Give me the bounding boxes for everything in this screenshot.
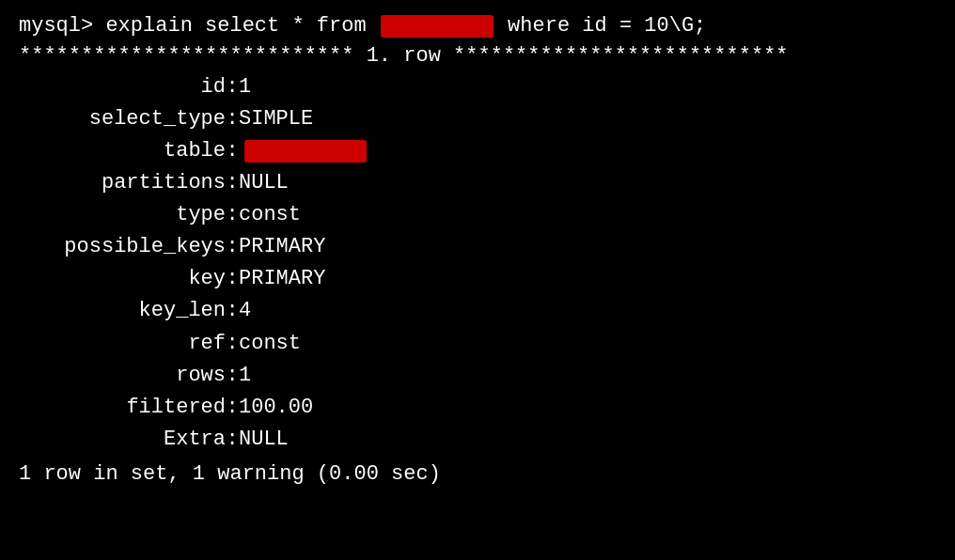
field-possible-keys: possible_keys : PRIMARY bbox=[19, 231, 936, 263]
field-label-partitions: partitions bbox=[19, 167, 226, 199]
field-value-select-type: SIMPLE bbox=[239, 103, 313, 135]
field-value-id: 1 bbox=[239, 71, 251, 103]
row-divider: *************************** 1. row *****… bbox=[19, 41, 936, 71]
field-label-type: type bbox=[19, 199, 226, 231]
field-rows: rows : 1 bbox=[19, 360, 936, 392]
command-line: mysql> explain select * from where id = … bbox=[19, 11, 936, 41]
field-label-key: key bbox=[19, 263, 226, 295]
prompt: mysql> bbox=[19, 11, 93, 41]
field-value-filtered: 100.00 bbox=[239, 392, 313, 424]
field-id: id : 1 bbox=[19, 71, 936, 103]
field-value-key: PRIMARY bbox=[239, 263, 325, 295]
colon-select-type: : bbox=[226, 103, 239, 135]
redacted-table-name-1 bbox=[381, 15, 493, 38]
field-value-possible-keys: PRIMARY bbox=[239, 231, 325, 263]
field-extra: Extra : NULL bbox=[19, 424, 936, 456]
colon-id: : bbox=[226, 71, 239, 103]
field-type: type : const bbox=[19, 199, 936, 231]
field-label-extra: Extra bbox=[19, 424, 226, 456]
colon-type: : bbox=[226, 199, 239, 231]
divider-text: *************************** 1. row *****… bbox=[19, 41, 789, 71]
field-value-extra: NULL bbox=[239, 424, 289, 456]
colon-table: : bbox=[226, 135, 239, 167]
field-label-table: table bbox=[19, 135, 226, 167]
colon-possible-keys: : bbox=[226, 231, 239, 263]
field-label-id: id bbox=[19, 71, 226, 103]
terminal-window: mysql> explain select * from where id = … bbox=[11, 8, 944, 552]
field-key-len: key_len : 4 bbox=[19, 295, 936, 327]
command-suffix: where id = 10\G; bbox=[495, 11, 706, 41]
field-label-ref: ref bbox=[19, 328, 226, 360]
field-select-type: select_type : SIMPLE bbox=[19, 103, 936, 135]
field-key: key : PRIMARY bbox=[19, 263, 936, 295]
field-partitions: partitions : NULL bbox=[19, 167, 936, 199]
colon-partitions: : bbox=[226, 167, 239, 199]
colon-rows: : bbox=[226, 360, 239, 392]
redacted-table-name-2 bbox=[244, 140, 367, 163]
colon-filtered: : bbox=[226, 392, 239, 424]
footer-text: 1 row in set, 1 warning (0.00 sec) bbox=[19, 459, 441, 490]
field-label-key-len: key_len bbox=[19, 295, 226, 327]
field-value-partitions: NULL bbox=[239, 167, 289, 199]
colon-ref: : bbox=[226, 328, 239, 360]
footer-line: 1 row in set, 1 warning (0.00 sec) bbox=[19, 459, 936, 490]
field-value-table bbox=[243, 140, 368, 163]
field-label-rows: rows bbox=[19, 360, 226, 392]
field-value-key-len: 4 bbox=[239, 295, 251, 327]
colon-extra: : bbox=[226, 424, 239, 456]
field-table: table : bbox=[19, 135, 936, 167]
colon-key-len: : bbox=[226, 295, 239, 327]
field-value-ref: const bbox=[239, 328, 301, 360]
field-value-rows: 1 bbox=[239, 360, 251, 392]
field-label-select-type: select_type bbox=[19, 103, 226, 135]
colon-key: : bbox=[226, 263, 239, 295]
field-label-possible-keys: possible_keys bbox=[19, 231, 226, 263]
field-filtered: filtered : 100.00 bbox=[19, 392, 936, 424]
field-label-filtered: filtered bbox=[19, 392, 226, 424]
field-ref: ref : const bbox=[19, 328, 936, 360]
field-value-type: const bbox=[239, 199, 301, 231]
command-prefix: explain select * from bbox=[93, 11, 379, 41]
